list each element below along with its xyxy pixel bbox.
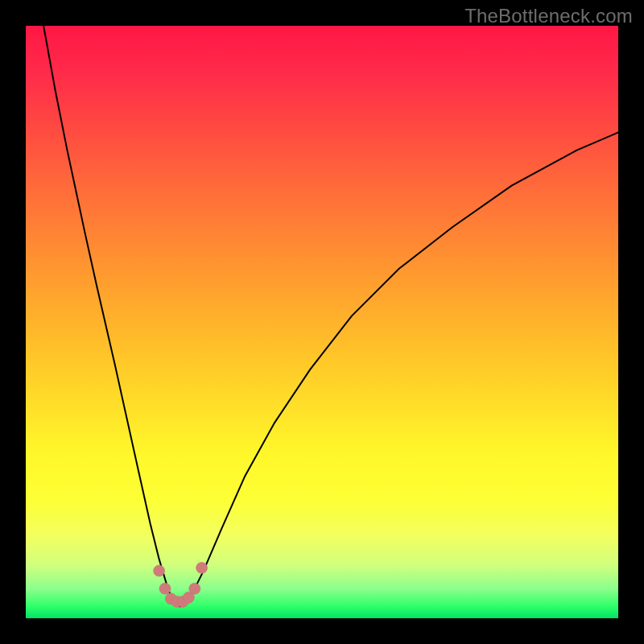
bottleneck-curve [43,26,618,606]
highlight-dot [154,565,165,576]
chart-svg [26,26,618,618]
highlight-dots [154,562,208,607]
highlight-dot [196,562,208,573]
chart-plot-area [26,26,618,618]
highlight-dot [189,583,200,594]
highlight-dot [159,583,171,594]
watermark-text: TheBottleneck.com [464,5,633,27]
